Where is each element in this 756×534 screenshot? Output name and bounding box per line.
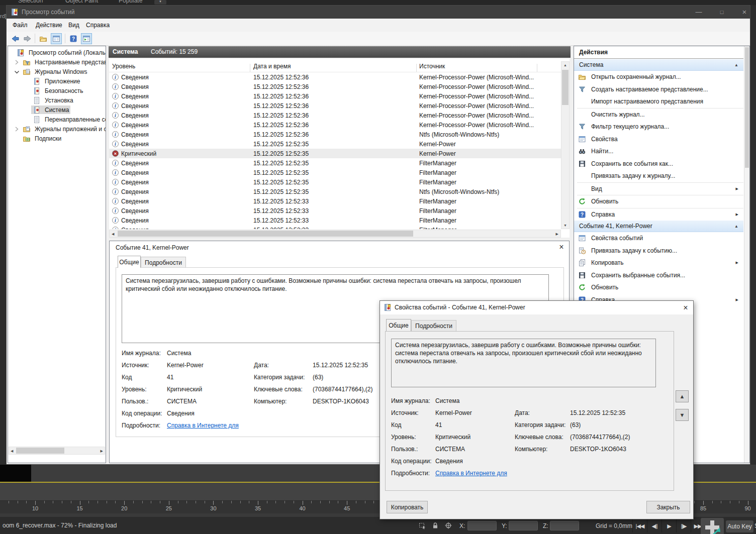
tree-horizontal-scrollbar[interactable]: ◀ ▶ — [9, 447, 105, 455]
dialog-description-box[interactable]: Система перезагрузилась, завершив работу… — [391, 339, 656, 387]
event-row[interactable]: iСведения15.12.2025 12:52:36Kernel-Proce… — [109, 101, 561, 111]
ribbon-tab-selection[interactable]: Selection — [18, 0, 43, 4]
chevron-expanded-icon[interactable] — [12, 68, 21, 76]
tree-item-5[interactable]: Установка — [8, 95, 106, 105]
column-separator[interactable] — [416, 64, 417, 72]
event-row[interactable]: iСведения15.12.2025 12:52:33FilterManage… — [109, 225, 561, 229]
collapse-icon[interactable]: ▲ — [734, 224, 738, 229]
selection-region-icon[interactable] — [418, 521, 426, 529]
event-row[interactable]: iСведения15.12.2025 12:52:36Ntfs (Micros… — [109, 130, 561, 139]
event-row[interactable]: iСведения15.12.2025 12:52:35FilterManage… — [109, 177, 561, 187]
event-row[interactable]: iСведения15.12.2025 12:52:35FilterManage… — [109, 158, 561, 168]
tree-item-4[interactable]: Безопасность — [8, 86, 106, 95]
copy-button[interactable]: Копировать — [387, 501, 428, 513]
action-item[interactable]: Сохранить выбранные события... — [574, 269, 743, 282]
action-item[interactable]: Копировать▶ — [574, 257, 743, 269]
scroll-thumb[interactable] — [562, 70, 569, 105]
event-row[interactable]: iСведения15.12.2025 12:52:36Kernel-Proce… — [109, 91, 561, 101]
back-icon[interactable] — [10, 33, 21, 44]
select-and-move-button[interactable] — [701, 518, 724, 534]
action-item[interactable]: Найти... — [574, 145, 743, 158]
close-dialog-button[interactable]: Закрыть — [646, 501, 690, 513]
column-separator[interactable] — [537, 64, 537, 72]
open-saved-log-icon[interactable] — [38, 33, 49, 44]
collapse-icon[interactable]: ▲ — [734, 63, 738, 67]
help-toolbar-icon[interactable]: ? — [68, 33, 79, 44]
menu-file[interactable]: Файл — [13, 22, 28, 29]
chevron-collapsed-icon[interactable] — [12, 125, 21, 133]
ribbon-dropdown-button[interactable]: ▼ — [154, 0, 166, 5]
tree-item-3[interactable]: Приложение — [8, 76, 106, 86]
ribbon-tab-populate[interactable]: Populate — [119, 0, 142, 4]
minimize-button[interactable]: — — [694, 8, 703, 16]
dialog-online-help-link[interactable]: Справка в Интернете для — [435, 470, 507, 477]
action-item[interactable]: Очистить журнал... — [574, 109, 743, 121]
action-item[interactable]: Импорт настраиваемого представления — [574, 95, 743, 108]
coord-y-input[interactable] — [509, 521, 538, 530]
next-frame-button[interactable]: ||▶ — [676, 519, 691, 532]
action-item[interactable]: Вид▶ — [574, 183, 743, 195]
column-separator[interactable] — [250, 64, 250, 72]
event-row[interactable]: iСведения15.12.2025 12:52:33FilterManage… — [109, 196, 561, 206]
coord-z-input[interactable] — [550, 521, 579, 530]
tree-item-6[interactable]: Система — [8, 105, 106, 115]
menu-view[interactable]: Вид — [68, 22, 79, 29]
column-level[interactable]: Уровень — [112, 63, 135, 70]
close-button[interactable]: × — [740, 8, 749, 16]
scroll-right-icon[interactable]: ▶ — [101, 449, 103, 453]
title-bar[interactable]: Просмотр событий — □ × — [7, 6, 750, 19]
dialog-close-icon[interactable]: × — [681, 303, 691, 312]
dialog-tab-details[interactable]: Подробности — [411, 320, 456, 331]
action-item[interactable]: Обновить — [574, 195, 743, 208]
event-row[interactable]: iСведения15.12.2025 12:52:35Kernel-Power — [109, 139, 561, 149]
action-item[interactable]: Обновить — [574, 281, 743, 294]
action-pane-toggle-icon[interactable] — [81, 33, 92, 44]
actions-group-header[interactable]: Событие 41, Kernel-Power▲ — [574, 221, 743, 232]
tree-item-2[interactable]: Журналы Windows — [8, 67, 106, 76]
column-datetime[interactable]: Дата и время — [253, 63, 291, 70]
tree-item-8[interactable]: Журналы приложений и сл — [8, 124, 106, 134]
list-horizontal-scrollbar[interactable]: ◀ ▶ — [109, 230, 561, 238]
event-row[interactable]: iСведения15.12.2025 12:52:35Ntfs (Micros… — [109, 187, 561, 196]
tree-item-9[interactable]: Подписки — [8, 134, 106, 143]
scroll-thumb[interactable] — [745, 47, 749, 168]
lock-selection-icon[interactable] — [431, 521, 439, 529]
next-event-button[interactable]: ▼ — [676, 409, 689, 421]
tree-item-7[interactable]: Перенаправленные соб — [8, 115, 106, 124]
menu-action[interactable]: Действие — [36, 22, 62, 29]
event-row[interactable]: iСведения15.12.2025 12:52:33FilterManage… — [109, 206, 561, 216]
scroll-left-icon[interactable]: ◀ — [112, 232, 114, 236]
console-tree-toggle-icon[interactable] — [51, 33, 62, 44]
ribbon-tab-object-paint[interactable]: Object Paint — [65, 0, 98, 4]
detail-close-icon[interactable]: × — [557, 243, 566, 252]
tab-general[interactable]: Общие — [118, 256, 141, 268]
event-row[interactable]: iСведения15.12.2025 12:52:33FilterManage… — [109, 216, 561, 225]
event-row[interactable]: iСведения15.12.2025 12:52:35FilterManage… — [109, 168, 561, 177]
actions-scrollbar[interactable] — [744, 46, 749, 463]
event-row[interactable]: ×Критический15.12.2025 12:52:35Kernel-Po… — [109, 149, 561, 158]
coord-x-input[interactable] — [467, 521, 497, 530]
absolute-mode-icon[interactable] — [444, 521, 452, 529]
event-row[interactable]: iСведения15.12.2025 12:52:36Kernel-Proce… — [109, 111, 561, 120]
previous-event-button[interactable]: ▲ — [676, 390, 689, 402]
dialog-tab-general[interactable]: Общие — [386, 319, 411, 331]
action-item[interactable]: Привязать задачу к событию... — [574, 245, 743, 257]
event-row[interactable]: iСведения15.12.2025 12:52:36Kernel-Proce… — [109, 82, 561, 91]
tree-item-1[interactable]: Настраиваемые представл — [8, 57, 106, 67]
play-button[interactable]: ▶ — [662, 519, 676, 532]
scroll-right-icon[interactable]: ▶ — [556, 232, 558, 236]
previous-frame-button[interactable]: ◀|| — [647, 519, 662, 532]
action-item[interactable]: Фильтр текущего журнала... — [574, 121, 743, 133]
event-row[interactable]: iСведения15.12.2025 12:52:36Kernel-Proce… — [109, 120, 561, 130]
scroll-thumb[interactable] — [118, 231, 413, 237]
auto-key-button[interactable]: Auto Key — [726, 520, 753, 532]
action-item[interactable]: Сохранить все события как... — [574, 158, 743, 170]
forward-icon[interactable] — [22, 33, 33, 44]
maximize-button[interactable]: □ — [717, 8, 726, 16]
tab-details[interactable]: Подробности — [141, 257, 186, 268]
action-item[interactable]: ?Справка▶ — [574, 208, 743, 221]
go-to-start-button[interactable]: |◀◀ — [632, 519, 647, 532]
dialog-title-bar[interactable]: Свойства событий - Событие 41, Kernel-Po… — [380, 301, 693, 314]
scroll-up-icon[interactable]: ▲ — [563, 63, 567, 67]
scroll-thumb[interactable] — [16, 448, 64, 454]
